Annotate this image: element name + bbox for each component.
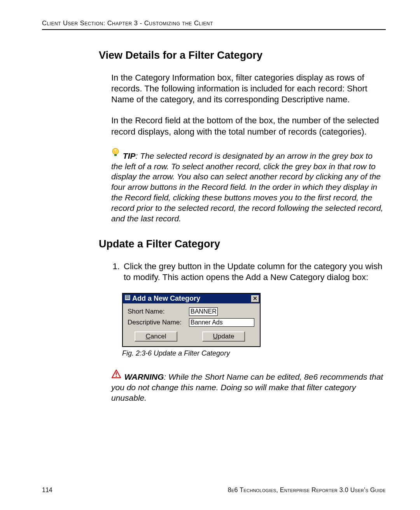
tip-callout: TIP: The selected record is designated b…: [111, 147, 386, 224]
document-page: Client User Section: Chapter 3 - Customi…: [0, 0, 420, 510]
svg-rect-6: [116, 372, 117, 375]
lightbulb-icon: [111, 147, 120, 160]
svg-rect-1: [114, 154, 117, 156]
footer-product: 8e6 Technologies, Enterprise Reporter 3.…: [228, 487, 386, 494]
label-descriptive-name: Descriptive Name:: [128, 319, 189, 326]
input-descriptive-name[interactable]: [189, 318, 254, 327]
dialog-body: Short Name: Descriptive Name: Cancel Upd…: [123, 303, 260, 346]
page-footer: 114 8e6 Technologies, Enterprise Reporte…: [42, 487, 386, 494]
label-short-name: Short Name:: [128, 308, 189, 315]
paragraph: In the Record field at the bottom of the…: [111, 115, 386, 137]
ordered-steps: Click the grey button in the Update colu…: [111, 261, 386, 283]
content-area: View Details for a Filter Category In th…: [99, 49, 386, 403]
dialog-add-new-category: Add a New Category ✕ Short Name: Descrip…: [122, 293, 261, 347]
form-icon: [124, 294, 131, 303]
dialog-titlebar: Add a New Category ✕: [123, 294, 260, 303]
warning-icon: [111, 369, 121, 381]
warning-callout: WARNING: While the Short Name can be edi…: [111, 369, 386, 403]
close-button[interactable]: ✕: [251, 295, 259, 302]
running-header: Client User Section: Chapter 3 - Customi…: [42, 19, 386, 30]
svg-rect-3: [126, 296, 130, 296]
figure-dialog: Add a New Category ✕ Short Name: Descrip…: [122, 293, 386, 347]
cancel-button[interactable]: Cancel: [135, 331, 177, 342]
paragraph: In the Category Information box, filter …: [111, 72, 386, 105]
svg-rect-4: [126, 297, 130, 298]
section-heading-view-details: View Details for a Filter Category: [99, 49, 386, 61]
warning-label: WARNING: [124, 372, 164, 381]
svg-point-7: [116, 376, 117, 377]
svg-rect-5: [126, 298, 130, 299]
page-number: 114: [42, 487, 52, 494]
input-short-name[interactable]: [189, 307, 218, 316]
step-item: Click the grey button in the Update colu…: [122, 261, 386, 283]
figure-caption: Fig. 2:3-6 Update a Filter Category: [122, 349, 386, 358]
tip-text: : The selected record is designated by a…: [111, 151, 383, 223]
update-button[interactable]: Update: [202, 331, 245, 342]
dialog-title: Add a New Category: [132, 294, 200, 303]
section-heading-update: Update a Filter Category: [99, 238, 386, 250]
tip-label: TIP: [123, 151, 136, 160]
